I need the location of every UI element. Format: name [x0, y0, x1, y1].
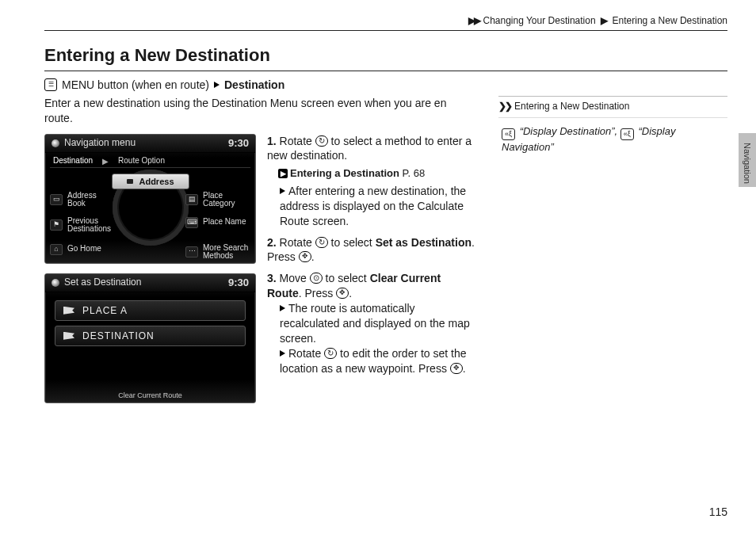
step-1: 1. Rotate to select a method to enter a … — [267, 134, 476, 229]
address-icon — [126, 179, 132, 184]
chevron-right-icon — [280, 350, 285, 357]
chevron-right-icon: ▶ — [102, 156, 109, 167]
hud-navigation-menu: Navigation menu 9:30 Destination ▶ Route… — [44, 134, 256, 264]
rotate-dial-icon — [315, 237, 328, 248]
hud-dest-item[interactable]: PLACE A — [55, 300, 246, 321]
press-dial-icon — [450, 363, 463, 374]
chevron-double-right-icon: ▶▶ — [468, 14, 479, 27]
gps-icon — [52, 139, 59, 147]
guidance-body: «ξ “Display Destination”, «ξ “Display Na… — [498, 117, 727, 154]
intro-text: Enter a new destination using the Destin… — [44, 96, 476, 126]
guidance-head: ❯❯ Entering a New Destination — [498, 96, 727, 113]
rotate-dial-icon — [324, 348, 337, 359]
breadcrumb-section: Changing Your Destination — [483, 14, 595, 27]
hud-title: Set as Destination — [64, 276, 141, 288]
hud-item-go-home[interactable]: ⌂ Go Home — [50, 244, 115, 255]
chevron-right-icon: ▶ — [601, 14, 608, 27]
link-book-icon: ▶ — [278, 169, 288, 178]
chevron-right-icon — [280, 188, 285, 194]
menu-button-icon: ☰ — [44, 78, 57, 91]
voice-command-icon: «ξ — [502, 128, 515, 140]
flag-icon — [63, 332, 74, 340]
cross-reference[interactable]: ▶Entering a Destination P. 68 — [278, 166, 476, 181]
hud-item-address-book[interactable]: ▭ Address Book — [50, 192, 115, 208]
hud-item-previous-destinations[interactable]: ⚑ Previous Destinations — [50, 217, 115, 234]
divider — [44, 71, 727, 71]
chevron-double-right-icon: ❯❯ — [498, 100, 511, 113]
step-3-sub-2: Rotate to edit the order to set the loca… — [267, 346, 476, 376]
hud-dest-item[interactable]: DESTINATION — [55, 326, 246, 346]
keyboard-icon: ⌨ — [185, 217, 198, 228]
menu-path-target: Destination — [224, 78, 284, 93]
hud-tab-route-option[interactable]: Route Option — [115, 155, 168, 167]
ellipsis-icon: ⋯ — [185, 246, 198, 257]
page-number: 115 — [709, 505, 727, 520]
hud-item-place-category[interactable]: ▤ Place Category — [185, 192, 250, 208]
menu-path: ☰ MENU button (when en route) Destinatio… — [44, 78, 727, 93]
breadcrumb: ▶▶ Changing Your Destination ▶ Entering … — [44, 14, 727, 27]
hud-title: Navigation menu — [64, 136, 136, 149]
move-joystick-icon — [310, 273, 323, 284]
book-icon: ▭ — [50, 194, 63, 205]
menu-path-button: MENU button (when en route) — [62, 78, 209, 93]
hud-dest-label: DESTINATION — [82, 330, 155, 342]
flag-icon: ⚑ — [50, 219, 63, 231]
guidance-sidebar: ❯❯ Entering a New Destination «ξ “Displa… — [498, 96, 727, 403]
divider — [44, 30, 727, 31]
hud-dest-caption: Clear Current Route — [118, 391, 182, 400]
flag-icon — [63, 307, 74, 315]
hud-set-as-destination: Set as Destination 9:30 PLACE A DE — [44, 273, 256, 403]
gps-icon — [52, 279, 59, 287]
step-3-sub-1: The route is automatically recalculated … — [267, 301, 476, 346]
hud-clock: 9:30 — [228, 276, 249, 290]
hud-item-place-name[interactable]: ⌨ Place Name — [185, 217, 250, 228]
hud-clock: 9:30 — [228, 136, 249, 151]
press-dial-icon — [299, 251, 311, 262]
home-icon: ⌂ — [50, 244, 63, 255]
hud-item-more-search[interactable]: ⋯ More Search Methods — [185, 244, 250, 261]
hud-dial-selection[interactable]: Address — [111, 174, 189, 190]
step-2: 2. Rotate to select Set as Destination. … — [267, 235, 476, 265]
hud-ring-label: Address — [139, 176, 174, 188]
page-title: Entering a New Destination — [44, 44, 727, 67]
chevron-right-icon — [214, 82, 220, 88]
section-tab-label: Navigation — [741, 143, 753, 184]
instruction-steps: 1. Rotate to select a method to enter a … — [267, 134, 476, 403]
rotate-dial-icon — [315, 135, 328, 147]
step-3: 3. Move to select Clear Current Route. P… — [267, 271, 476, 376]
step-1-sub: After entering a new destination, the ad… — [267, 184, 476, 229]
category-icon: ▤ — [185, 194, 198, 205]
hud-dest-label: PLACE A — [82, 304, 128, 317]
voice-command-icon: «ξ — [620, 128, 634, 140]
chevron-right-icon — [280, 305, 285, 311]
breadcrumb-page: Entering a New Destination — [613, 14, 727, 27]
press-dial-icon — [336, 288, 349, 299]
hud-tab-destination[interactable]: Destination — [50, 155, 96, 167]
